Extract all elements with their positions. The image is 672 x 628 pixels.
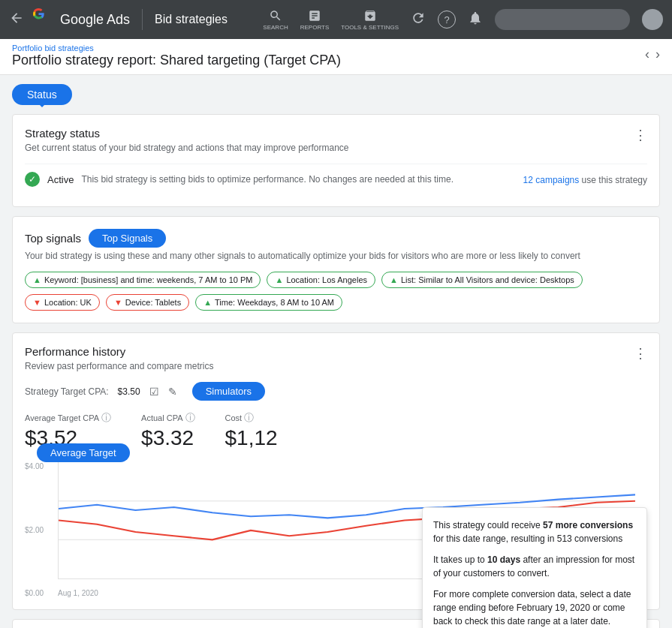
status-active-label: Active xyxy=(47,174,74,185)
signal-tag-0: ▲ Keyword: [business] and time: weekends… xyxy=(25,272,261,288)
nav-divider xyxy=(142,9,143,30)
card-header: Strategy status Get current status of yo… xyxy=(25,127,647,153)
refresh-button[interactable] xyxy=(411,11,426,29)
help-button[interactable]: ? xyxy=(438,11,456,29)
chart-x-start: Aug 1, 2020 xyxy=(58,589,98,597)
perf-history-menu-icon[interactable]: ⋮ xyxy=(634,345,647,362)
top-navigation: Google Ads Bid strategies SEARCH REPORTS… xyxy=(0,0,672,39)
breadcrumb-prev-button[interactable]: ‹ xyxy=(645,47,649,62)
status-tab-container: Status xyxy=(0,75,672,105)
top-signals-subtitle: Your bid strategy is using these and man… xyxy=(25,251,647,261)
app-title: Google Ads xyxy=(60,12,130,28)
metric-avg-target-cpa-label: Average Target CPA ⓘ xyxy=(25,411,111,425)
signal-tag-3: ▼ Location: UK xyxy=(25,294,100,311)
top-signals-header: Top signals Top Signals xyxy=(25,229,647,248)
perf-meta-row: Strategy Target CPA: $3.50 ☑ ✎ Simulator… xyxy=(25,382,647,401)
strategy-status-subtitle: Get current status of your bid strategy … xyxy=(25,143,349,153)
chart-y-mid: $2.00 xyxy=(25,526,55,534)
signal-text-0: Keyword: [business] and time: weekends, … xyxy=(44,275,253,284)
edit-checkbox-icon[interactable]: ☑ xyxy=(149,386,159,398)
campaign-suffix: use this strategy xyxy=(579,175,647,185)
signal-text-1: Location: Los Angeles xyxy=(286,275,367,284)
metric-cost-value: $1,12 xyxy=(225,426,278,450)
top-signals-title: Top signals xyxy=(25,232,81,245)
metric-cost-label: Cost ⓘ xyxy=(225,411,278,425)
popup-text-1: This strategy could receive 57 more conv… xyxy=(433,518,636,545)
tools-nav-button[interactable]: TOOLS & SETTINGS xyxy=(341,9,399,31)
strategy-target-value: $3.50 xyxy=(118,386,140,397)
metric-cost: Cost ⓘ $1,12 xyxy=(225,411,278,450)
status-tab[interactable]: Status xyxy=(12,84,72,105)
chart-y-bot: $0.00 xyxy=(25,589,55,597)
breadcrumb-next-button[interactable]: › xyxy=(655,47,660,62)
signal-arrow-up-1: ▲ xyxy=(275,275,283,284)
reports-nav-button[interactable]: REPORTS xyxy=(300,9,330,31)
breadcrumb-bar: Portfolio bid strategies Portfolio strat… xyxy=(0,39,672,75)
signal-tag-2: ▲ List: Similar to All Visitors and devi… xyxy=(381,272,583,288)
metric-actual-cpa: Actual CPA ⓘ $3.32 xyxy=(141,411,194,450)
google-logo: Google Ads xyxy=(33,8,130,31)
performance-history-card: Performance history Review past performa… xyxy=(12,332,660,610)
metric-cost-info[interactable]: ⓘ xyxy=(244,411,254,425)
user-avatar[interactable] xyxy=(642,9,663,30)
popup-text-3: For more complete conversion data, selec… xyxy=(433,587,636,628)
reports-nav-label: REPORTS xyxy=(300,24,330,31)
signal-text-5: Time: Weekdays, 8 AM to 10 AM xyxy=(215,298,334,307)
metric-actual-cpa-value: $3.32 xyxy=(141,426,194,450)
strategy-status-menu-icon[interactable]: ⋮ xyxy=(634,127,647,143)
simulators-pill[interactable]: Simulators xyxy=(192,382,265,401)
chart-y-top: $4.00 xyxy=(25,462,55,470)
tools-nav-label: TOOLS & SETTINGS xyxy=(341,24,399,31)
signal-tag-5: ▲ Time: Weekdays, 8 AM to 10 AM xyxy=(195,294,342,311)
strategy-status-title: Strategy status xyxy=(25,127,349,140)
metric-avg-target-info[interactable]: ⓘ xyxy=(101,411,111,425)
chart-y-labels: $4.00 $2.00 $0.00 xyxy=(25,462,55,597)
perf-card-header: Performance history Review past performa… xyxy=(25,345,647,371)
signal-tag-1: ▲ Location: Los Angeles xyxy=(267,272,375,288)
avg-target-pill[interactable]: Average Target xyxy=(37,443,130,462)
account-search-input[interactable] xyxy=(495,9,630,30)
signal-text-2: List: Similar to All Visitors and device… xyxy=(401,275,574,284)
signal-text-3: Location: UK xyxy=(44,298,92,307)
search-nav-label: SEARCH xyxy=(263,24,288,31)
strategy-status-row: ✓ Active This bid strategy is setting bi… xyxy=(25,164,647,194)
conversion-popup: This strategy could receive 57 more conv… xyxy=(422,507,647,628)
signal-arrow-up-5: ▲ xyxy=(203,298,212,307)
breadcrumb-portfolio-link[interactable]: Portfolio bid strategies xyxy=(12,44,341,53)
top-signals-pill[interactable]: Top Signals xyxy=(89,229,166,248)
popup-highlight-10days: 10 days xyxy=(487,554,520,565)
page-heading: Portfolio strategy report: Shared target… xyxy=(12,53,341,74)
nav-page-title: Bid strategies xyxy=(155,13,228,26)
search-nav-button[interactable]: SEARCH xyxy=(263,9,288,31)
signal-tags-container: ▲ Keyword: [business] and time: weekends… xyxy=(25,272,647,311)
signal-arrow-up-2: ▲ xyxy=(390,275,398,284)
signal-arrow-down-3: ▼ xyxy=(33,298,41,307)
nav-icon-group: SEARCH REPORTS TOOLS & SETTINGS ? xyxy=(263,9,663,31)
top-signals-card: Top signals Top Signals Your bid strateg… xyxy=(12,216,660,323)
status-check-icon: ✓ xyxy=(25,172,40,187)
perf-chart-wrapper: $4.00 $2.00 $0.00 Aug 1, 2020 Sept 10, 2… xyxy=(25,462,647,597)
metric-actual-cpa-label: Actual CPA ⓘ xyxy=(141,411,194,425)
edit-pencil-icon[interactable]: ✎ xyxy=(168,386,177,398)
popup-text-2: It takes up to 10 days after an impressi… xyxy=(433,553,636,580)
campaign-link[interactable]: 12 campaigns xyxy=(523,175,580,185)
strategy-status-card: Strategy status Get current status of yo… xyxy=(12,114,660,207)
signal-arrow-down-4: ▼ xyxy=(114,298,122,307)
perf-history-title: Performance history xyxy=(25,345,213,358)
metric-actual-cpa-info[interactable]: ⓘ xyxy=(185,411,195,425)
notifications-button[interactable] xyxy=(468,11,483,29)
signal-arrow-up-0: ▲ xyxy=(33,275,41,284)
perf-history-subtitle: Review past performance and compare metr… xyxy=(25,361,213,371)
signal-text-4: Device: Tablets xyxy=(125,298,181,307)
nav-back-button[interactable] xyxy=(9,11,24,29)
signal-tag-4: ▼ Device: Tablets xyxy=(106,294,189,311)
status-description: This bid strategy is setting bids to opt… xyxy=(81,174,515,185)
popup-highlight-57: 57 more conversions xyxy=(543,520,633,530)
breadcrumb-arrows: ‹ › xyxy=(645,44,660,62)
strategy-target-label: Strategy Target CPA: xyxy=(25,386,109,397)
